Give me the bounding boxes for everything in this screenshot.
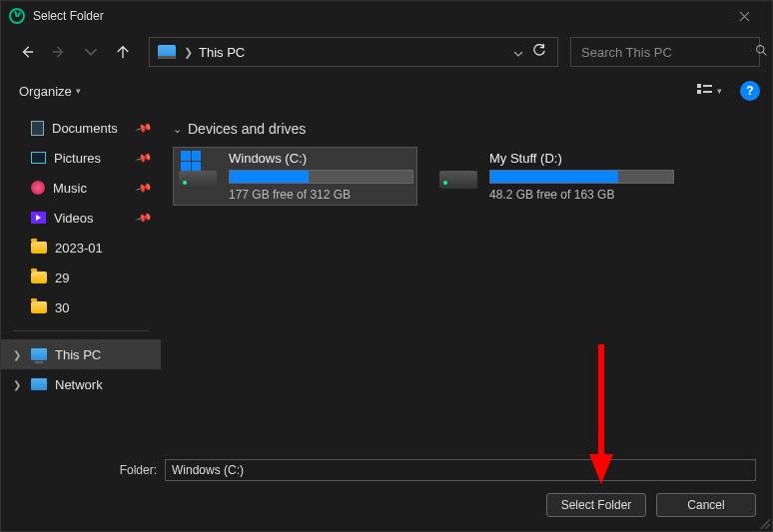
videos-icon [31,212,46,224]
drive-usage-bar [489,170,674,184]
drive-icon [437,151,479,193]
drive-free-text: 48.2 GB free of 163 GB [489,188,674,202]
search-box[interactable] [570,37,760,67]
sidebar-item-label: Videos [54,211,94,226]
sidebar-item-label: Network [55,377,103,392]
forward-button[interactable] [45,38,73,66]
pc-icon [31,348,47,360]
arrow-left-icon [20,45,34,59]
pin-icon: 📌 [135,119,154,137]
organize-button[interactable]: Organize ▾ [13,80,87,103]
drive-item[interactable]: Windows (C:)177 GB free of 312 GB [173,147,417,206]
drives-list: Windows (C:)177 GB free of 312 GBMy Stuf… [173,147,760,206]
close-button[interactable] [724,1,764,31]
sidebar-item-folder-30[interactable]: 30 [1,292,161,322]
folder-icon [31,242,47,254]
sidebar-item-label: 2023-01 [55,241,103,256]
view-options-button[interactable]: ▾ [691,80,728,102]
music-icon [31,181,45,195]
group-header[interactable]: ⌄ Devices and drives [173,121,760,137]
svg-rect-4 [703,91,712,93]
path-dropdown[interactable] [513,45,523,60]
folder-icon [31,271,47,283]
folder-row: Folder: [17,459,756,481]
window-title: Select Folder [33,9,724,23]
navbar: ❯ This PC [1,31,772,73]
titlebar: Select Folder [1,1,772,31]
svg-rect-1 [697,84,701,88]
folder-label: Folder: [17,463,157,477]
chevron-down-icon: ▾ [76,86,81,96]
pictures-icon [31,152,46,164]
chevron-down-icon [84,45,98,59]
chevron-right-icon[interactable]: ❯ [13,349,21,360]
sidebar-item-documents[interactable]: Documents📌 [1,113,161,143]
pin-icon: 📌 [135,209,154,227]
chevron-down-icon: ⌄ [173,123,182,136]
arrow-right-icon [52,45,66,59]
sidebar-item-label: Music [53,181,87,196]
refresh-button[interactable] [529,44,549,61]
up-button[interactable] [109,38,137,66]
sidebar-item-music[interactable]: Music📌 [1,173,161,203]
close-icon [739,11,750,22]
toolbar: Organize ▾ ▾ ? [1,73,772,109]
refresh-icon [532,44,546,58]
search-input[interactable] [581,45,749,60]
sidebar-item-label: 30 [55,300,69,315]
sidebar-item-folder-29[interactable]: 29 [1,263,161,292]
breadcrumb-chevron-icon: ❯ [184,46,193,59]
drive-info: My Stuff (D:)48.2 GB free of 163 GB [489,151,674,202]
network-icon [31,378,47,390]
chevron-down-icon [513,51,523,57]
sidebar-item-label: This PC [55,347,101,362]
arrow-up-icon [116,45,130,59]
sidebar-separator [13,330,149,331]
windows-logo-icon [181,151,201,171]
app-icon [9,8,25,24]
drive-name: Windows (C:) [229,151,413,166]
drive-info: Windows (C:)177 GB free of 312 GB [229,151,413,202]
svg-rect-2 [697,90,701,94]
drive-free-text: 177 GB free of 312 GB [229,188,413,202]
help-button[interactable]: ? [740,81,760,101]
this-pc-icon [158,45,176,59]
body: Documents📌 Pictures📌 Music📌 Videos📌 2023… [1,109,772,449]
resize-grip[interactable] [757,516,771,530]
search-icon [755,44,768,60]
drive-usage-bar [229,170,413,184]
drive-icon [177,151,219,193]
sidebar-item-pictures[interactable]: Pictures📌 [1,143,161,173]
folder-icon [31,301,47,313]
chevron-down-icon: ▾ [717,86,722,96]
recent-dropdown[interactable] [77,38,105,66]
chevron-right-icon[interactable]: ❯ [13,379,21,390]
sidebar-item-label: 29 [55,270,69,285]
organize-label: Organize [19,84,72,99]
folder-input[interactable] [165,459,756,481]
back-button[interactable] [13,38,41,66]
content-pane: ⌄ Devices and drives Windows (C:)177 GB … [161,109,772,449]
path-text: This PC [199,45,507,60]
sidebar-item-network[interactable]: ❯Network [1,369,161,399]
address-bar[interactable]: ❯ This PC [149,37,558,67]
svg-point-0 [757,46,764,53]
drive-item[interactable]: My Stuff (D:)48.2 GB free of 163 GB [433,147,678,206]
sidebar-item-label: Pictures [54,151,101,166]
sidebar-item-videos[interactable]: Videos📌 [1,203,161,233]
sidebar: Documents📌 Pictures📌 Music📌 Videos📌 2023… [1,109,161,449]
footer: Folder: Select Folder Cancel [1,449,772,531]
cancel-button[interactable]: Cancel [656,493,756,517]
button-row: Select Folder Cancel [17,493,756,517]
group-header-label: Devices and drives [188,121,306,137]
view-grid-icon [697,84,713,98]
document-icon [31,121,44,136]
pin-icon: 📌 [135,179,154,197]
sidebar-item-label: Documents [52,121,118,136]
svg-rect-3 [703,85,712,87]
drive-name: My Stuff (D:) [489,151,674,166]
sidebar-item-this-pc[interactable]: ❯This PC [1,339,161,369]
sidebar-item-folder-2023-01[interactable]: 2023-01 [1,233,161,263]
select-folder-dialog: Select Folder ❯ This PC Organize ▾ [0,0,773,532]
select-folder-button[interactable]: Select Folder [546,493,646,517]
